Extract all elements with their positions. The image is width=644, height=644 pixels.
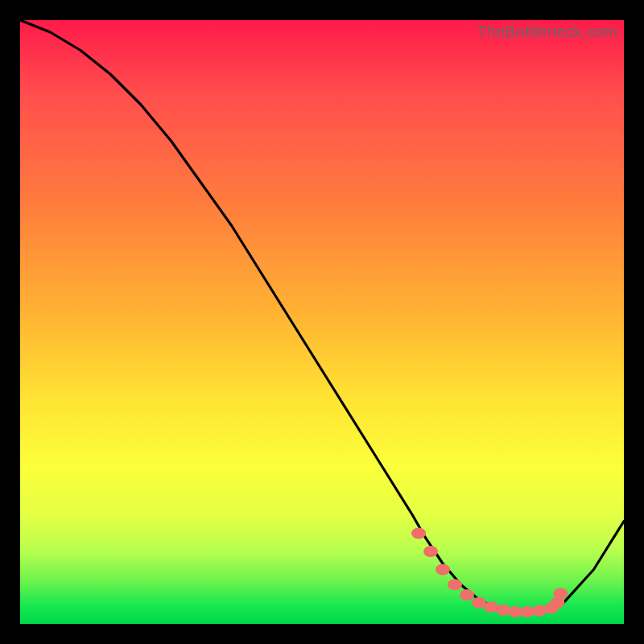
highlight-dot (553, 588, 568, 600)
highlight-dots (411, 528, 568, 618)
highlight-dot (411, 528, 426, 539)
bottleneck-curve (20, 20, 624, 612)
highlight-dot (436, 564, 450, 576)
highlight-dot (496, 605, 510, 616)
chart-frame: TheBottleneck.com (20, 20, 624, 624)
watermark-text: TheBottleneck.com (477, 23, 617, 41)
highlight-dot (460, 589, 474, 601)
chart-svg (20, 20, 624, 624)
highlight-dot (448, 579, 462, 590)
highlight-dot (423, 546, 438, 557)
highlight-dot (532, 605, 547, 617)
